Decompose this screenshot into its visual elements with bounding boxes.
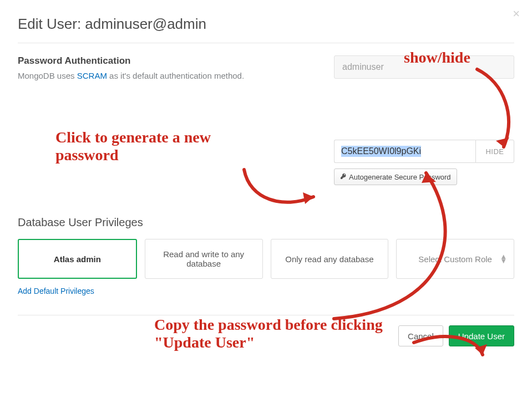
password-input[interactable]: C5kEE50WI0l9pGKi <box>334 140 475 163</box>
username-input[interactable] <box>334 55 514 79</box>
auth-desc-suffix: as it's default authentication method. <box>107 71 244 80</box>
autogen-label: Autogenerate Secure Password <box>349 173 451 181</box>
privilege-custom-role[interactable]: Select Custom Role ▲▼ <box>396 239 514 279</box>
dialog-footer: Cancel Update User <box>18 315 514 346</box>
privilege-label: Read and write to any database <box>152 249 256 268</box>
auth-desc-prefix: MongoDB uses <box>18 71 77 80</box>
edit-user-dialog: × Edit User: adminuser@admin Password Au… <box>0 0 532 358</box>
divider <box>18 43 514 43</box>
cancel-button[interactable]: Cancel <box>398 325 443 346</box>
auth-inputs-col: C5kEE50WI0l9pGKi HIDE Autogenerate Secur… <box>334 55 514 185</box>
update-user-button[interactable]: Update User <box>449 325 514 346</box>
privilege-read-only[interactable]: Only read any database <box>271 239 389 279</box>
privilege-atlas-admin[interactable]: Atlas admin <box>18 239 137 279</box>
privilege-label: Select Custom Role <box>418 254 492 264</box>
dialog-title: Edit User: adminuser@admin <box>18 16 514 33</box>
add-default-privileges-link[interactable]: Add Default Privileges <box>18 287 94 295</box>
auth-row: Password Authentication MongoDB uses SCR… <box>18 55 514 185</box>
privilege-label: Atlas admin <box>54 254 101 264</box>
scram-link[interactable]: SCRAM <box>77 71 107 80</box>
privileges-section: Database User Privileges Atlas admin Rea… <box>18 216 514 296</box>
chevron-updown-icon: ▲▼ <box>500 254 507 263</box>
close-icon[interactable]: × <box>513 8 520 20</box>
auth-section-title: Password Authentication <box>18 55 317 67</box>
privilege-label: Only read any database <box>285 254 373 264</box>
auth-section-desc: MongoDB uses SCRAM as it's default authe… <box>18 70 317 81</box>
privileges-row: Atlas admin Read and write to any databa… <box>18 239 514 279</box>
autogenerate-password-button[interactable]: Autogenerate Secure Password <box>334 169 457 185</box>
privileges-title: Database User Privileges <box>18 216 514 229</box>
key-icon <box>340 173 347 181</box>
auth-description-col: Password Authentication MongoDB uses SCR… <box>18 55 317 185</box>
password-row: C5kEE50WI0l9pGKi HIDE <box>334 140 514 163</box>
hide-password-button[interactable]: HIDE <box>475 140 514 163</box>
password-value: C5kEE50WI0l9pGKi <box>341 146 421 157</box>
privilege-read-write[interactable]: Read and write to any database <box>145 239 263 279</box>
